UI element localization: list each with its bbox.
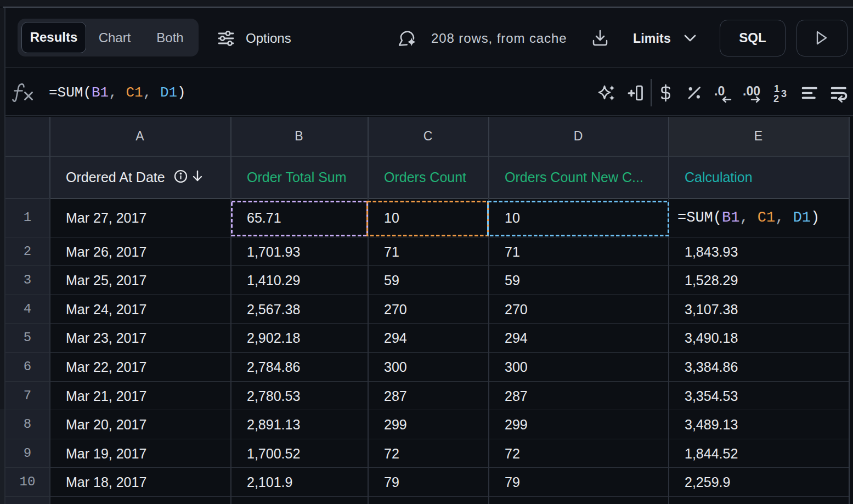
svg-text:3: 3: [781, 88, 787, 99]
svg-text:.0: .0: [714, 84, 725, 98]
svg-text:1: 1: [774, 83, 779, 94]
svg-text:.00: .00: [743, 84, 760, 98]
svg-text:2: 2: [773, 93, 779, 104]
